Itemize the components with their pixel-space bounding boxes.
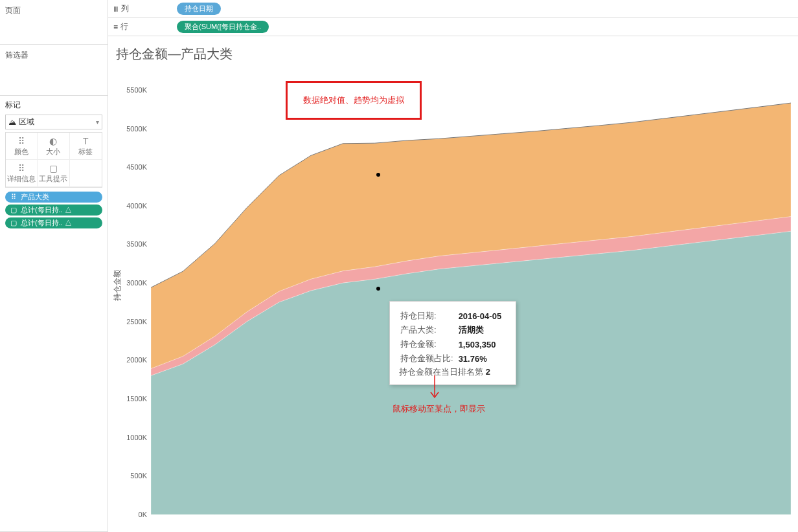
chart-title: 持仓金额—产品大类	[116, 45, 793, 63]
color-icon: ⠿	[6, 135, 37, 147]
column-pill[interactable]: 持仓日期	[177, 3, 221, 15]
svg-text:2000K: 2000K	[126, 356, 147, 364]
tooltip-icon: ▢	[38, 162, 69, 174]
mark-pill[interactable]: ▢总计(每日持.. △	[5, 205, 102, 216]
svg-text:2500K: 2500K	[126, 318, 147, 326]
svg-text:1500K: 1500K	[126, 395, 147, 403]
marks-size[interactable]: ◐大小	[38, 133, 69, 160]
chart[interactable]: 0K500K1000K1500K2000K2500K3000K3500K4000…	[111, 68, 793, 521]
pill-icon: ⠿	[9, 193, 18, 202]
mark-pill[interactable]: ▢总计(每日持.. △	[5, 217, 102, 228]
chevron-down-icon: ▾	[96, 118, 99, 126]
svg-text:5000K: 5000K	[126, 125, 147, 133]
y-axis-label: 持仓金额	[112, 270, 123, 301]
svg-text:4000K: 4000K	[126, 202, 147, 210]
pill-icon: ▢	[9, 219, 18, 228]
svg-text:3000K: 3000K	[126, 279, 147, 287]
arrow-icon	[428, 375, 441, 401]
data-point-top	[376, 173, 380, 177]
hover-note: 鼠标移动至某点，即显示	[393, 403, 485, 415]
mark-pill[interactable]: ⠿产品大类	[5, 192, 102, 203]
rows-icon: ≡	[113, 23, 118, 32]
columns-icon: ⅲ	[113, 5, 119, 14]
row-pill[interactable]: 聚合(SUM([每日持仓金..	[177, 21, 269, 33]
size-icon: ◐	[38, 135, 69, 147]
filters-panel-title: 筛选器	[5, 47, 102, 63]
pill-icon: ▢	[9, 206, 18, 215]
detail-icon: ⠿	[6, 162, 37, 174]
svg-text:4500K: 4500K	[126, 163, 147, 171]
columns-shelf[interactable]: ⅲ列 持仓日期	[108, 0, 798, 18]
tooltip: 持仓日期:2016-04-05产品大类:活期类持仓金额:1,503,350持仓金…	[389, 301, 516, 385]
marks-label[interactable]: T标签	[70, 133, 102, 160]
data-point-hover	[376, 287, 380, 291]
mark-type-select[interactable]: ⛰区域 ▾	[5, 115, 102, 129]
marks-color[interactable]: ⠿颜色	[6, 133, 38, 160]
mark-type-label: 区域	[19, 116, 34, 127]
marks-detail[interactable]: ⠿详细信息	[6, 160, 38, 187]
svg-text:3500K: 3500K	[126, 240, 147, 248]
pages-panel-title: 页面	[5, 3, 102, 19]
rows-shelf[interactable]: ≡行 聚合(SUM([每日持仓金..	[108, 18, 798, 36]
marks-tooltip[interactable]: ▢工具提示	[38, 160, 69, 187]
svg-text:500K: 500K	[130, 472, 147, 480]
label-icon: T	[70, 135, 102, 147]
marks-panel-title: 标记	[5, 98, 102, 115]
svg-text:5500K: 5500K	[126, 86, 147, 94]
annotation-box: 数据绝对值、趋势均为虚拟	[286, 81, 422, 120]
area-icon: ⛰	[8, 118, 16, 127]
svg-text:1000K: 1000K	[126, 434, 147, 441]
svg-text:0K: 0K	[139, 511, 148, 518]
